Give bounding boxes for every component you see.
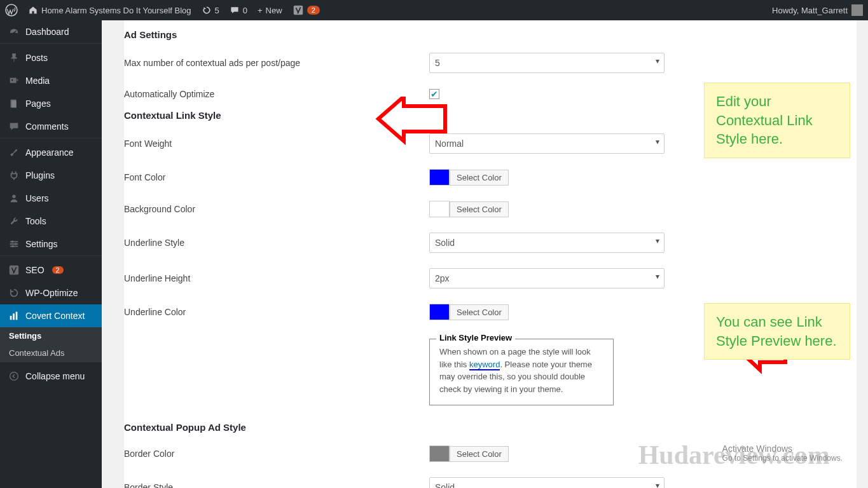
- underline-height-select[interactable]: 2px: [429, 268, 665, 288]
- font-color-swatch[interactable]: [429, 169, 450, 186]
- callout-edit-style: Edit your Contextual Link Style here.: [704, 83, 850, 158]
- media-icon: [8, 74, 20, 87]
- sidebar-item-users[interactable]: Users: [0, 187, 102, 210]
- link-style-preview: Link Style Preview When shown on a page …: [429, 339, 614, 405]
- page-icon: [8, 97, 20, 110]
- sidebar-item-covert-context[interactable]: Covert Context: [0, 304, 102, 327]
- yoast-link[interactable]: 2: [287, 0, 325, 20]
- submenu-contextual-ads[interactable]: Contextual Ads: [0, 344, 102, 362]
- font-color-button[interactable]: Select Color: [450, 170, 509, 186]
- svg-rect-3: [10, 78, 17, 83]
- bg-color-swatch[interactable]: [429, 201, 450, 217]
- sidebar-item-pages[interactable]: Pages: [0, 92, 102, 115]
- submenu-settings[interactable]: Settings: [0, 327, 102, 344]
- home-icon: [28, 5, 38, 15]
- yoast-icon: [8, 264, 20, 276]
- bg-color-button[interactable]: Select Color: [450, 201, 509, 217]
- svg-point-4: [11, 79, 13, 81]
- user-menu[interactable]: Howdy, Matt_Garrett: [772, 4, 868, 16]
- comment-icon: [230, 5, 240, 15]
- border-color-swatch[interactable]: [429, 445, 450, 462]
- underline-height-label: Underline Height: [124, 273, 429, 283]
- svg-rect-6: [11, 101, 16, 108]
- font-weight-select[interactable]: Normal: [429, 133, 665, 154]
- underline-color-label: Underline Color: [124, 307, 429, 317]
- border-style-select[interactable]: Solid: [429, 477, 665, 488]
- user-icon: [8, 192, 20, 205]
- comment-icon: [8, 120, 20, 133]
- sidebar-item-media[interactable]: Media: [0, 69, 102, 92]
- update-icon: [202, 5, 212, 15]
- underline-color-button[interactable]: Select Color: [450, 304, 509, 320]
- wp-logo[interactable]: [0, 0, 23, 20]
- sidebar-item-appearance[interactable]: Appearance: [0, 141, 102, 164]
- sliders-icon: [8, 238, 20, 250]
- sidebar-item-comments[interactable]: Comments: [0, 115, 102, 138]
- new-link[interactable]: + New: [252, 0, 287, 20]
- border-color-label: Border Color: [124, 449, 429, 459]
- chart-icon: [8, 309, 20, 322]
- border-style-label: Border Style: [124, 482, 429, 488]
- admin-toolbar: Home Alarm Systems Do It Yourself Blog 5…: [0, 0, 868, 20]
- sidebar-item-tools[interactable]: Tools: [0, 210, 102, 233]
- svg-point-9: [15, 243, 17, 245]
- yoast-icon: [293, 4, 304, 16]
- sidebar-item-posts[interactable]: Posts: [0, 46, 102, 69]
- svg-point-10: [11, 245, 14, 248]
- underline-color-swatch[interactable]: [429, 304, 450, 320]
- svg-point-7: [12, 195, 15, 198]
- svg-rect-14: [16, 312, 18, 320]
- border-color-button[interactable]: Select Color: [450, 446, 509, 462]
- avatar: [851, 4, 863, 16]
- site-title: Home Alarm Systems Do It Yourself Blog: [41, 6, 191, 15]
- site-link[interactable]: Home Alarm Systems Do It Yourself Blog: [23, 0, 196, 20]
- underline-style-label: Underline Style: [124, 238, 429, 248]
- svg-rect-13: [13, 313, 15, 320]
- sidebar-item-seo[interactable]: SEO2: [0, 259, 102, 281]
- max-ads-select[interactable]: 5: [429, 53, 665, 73]
- popup-ad-style-heading: Contextual Popup Ad Style: [124, 419, 857, 438]
- updates-link[interactable]: 5: [196, 0, 224, 20]
- font-color-label: Font Color: [124, 172, 429, 182]
- comments-link[interactable]: 0: [224, 0, 252, 20]
- underline-style-select[interactable]: Solid: [429, 233, 665, 253]
- dashboard-icon: [8, 25, 20, 38]
- sidebar-item-plugins[interactable]: Plugins: [0, 164, 102, 187]
- svg-point-8: [11, 241, 14, 243]
- main-content: Ad Settings Max number of contextual ads…: [102, 20, 868, 488]
- collapse-icon: [8, 370, 20, 383]
- plug-icon: [8, 169, 20, 182]
- sidebar-item-dashboard[interactable]: Dashboard: [0, 20, 102, 43]
- svg-rect-12: [10, 316, 12, 320]
- admin-sidebar: Dashboard Posts Media Pages Comments App…: [0, 20, 102, 488]
- brush-icon: [8, 146, 20, 159]
- callout-preview: You can see Link Style Preview here.: [704, 303, 850, 360]
- bg-color-label: Background Color: [124, 204, 429, 214]
- refresh-icon: [8, 287, 20, 299]
- svg-point-15: [10, 372, 18, 381]
- collapse-menu[interactable]: Collapse menu: [0, 365, 102, 388]
- sidebar-item-settings[interactable]: Settings: [0, 233, 102, 255]
- arrow-annotation-1: [369, 97, 451, 147]
- plus-icon: +: [258, 6, 263, 15]
- sidebar-item-wpoptimize[interactable]: WP-Optimize: [0, 281, 102, 304]
- ad-settings-heading: Ad Settings: [124, 27, 857, 45]
- wrench-icon: [8, 215, 20, 227]
- preview-keyword: keyword: [469, 360, 500, 370]
- max-ads-label: Max number of contextual ads per post/pa…: [124, 58, 429, 68]
- pin-icon: [8, 51, 20, 64]
